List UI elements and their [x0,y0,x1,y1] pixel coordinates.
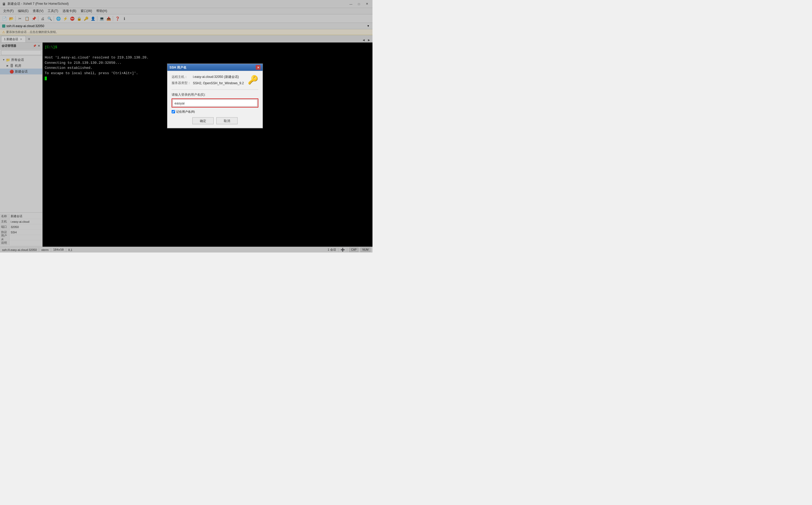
dialog-server-type-row: 服务器类型： SSH2, OpenSSH_for_Windows_9.2 [171,81,246,85]
dialog-title: SSH 用户名 [169,65,256,69]
dialog-server-type-value: SSH2, OpenSSH_for_Windows_9.2 [193,81,244,85]
dialog-confirm-button[interactable]: 确定 [192,118,214,124]
dialog-remote-host-row: 远程主机： i.easy-ai.cloud:32050 (新建会话) [171,75,246,79]
dialog-server-type-label: 服务器类型： [171,81,193,85]
dialog-divider [171,90,258,90]
dialog-input-wrapper [171,99,258,108]
dialog-remember-label: 记住用户名(R) [176,110,195,114]
dialog-remote-host-value: i.easy-ai.cloud:32050 (新建会话) [193,75,239,79]
dialog-cancel-button[interactable]: 取消 [216,118,238,124]
dialog-remote-host-label: 远程主机： [171,75,193,79]
dialog-username-input[interactable] [173,100,257,107]
dialog-field-label: 请输入登录的用户名(E): [171,93,258,97]
dialog-remember-checkbox[interactable] [171,110,175,114]
dialog-buttons: 确定 取消 [171,118,258,124]
dialog-key-icon: 🔑 [248,75,258,85]
ssh-dialog: SSH 用户名 ✕ 远程主机： i.easy-ai.cloud:32050 (新… [167,64,263,128]
dialog-titlebar: SSH 用户名 ✕ [167,64,263,71]
dialog-close-button[interactable]: ✕ [256,65,260,70]
modal-overlay: SSH 用户名 ✕ 远程主机： i.easy-ai.cloud:32050 (新… [0,0,372,252]
dialog-body: 远程主机： i.easy-ai.cloud:32050 (新建会话) 服务器类型… [167,71,263,128]
dialog-remember-row: 记住用户名(R) [171,110,258,114]
